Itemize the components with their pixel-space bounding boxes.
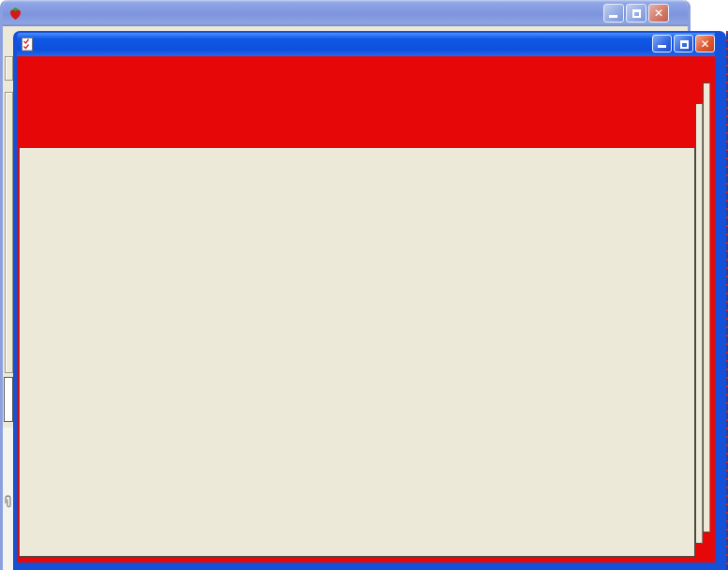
close-icon: ✕ (696, 36, 714, 52)
maximize-icon (632, 9, 641, 18)
dialog-close-button[interactable]: ✕ (695, 35, 715, 52)
tab-page-anag-articoli-2 (19, 147, 695, 557)
checklist-document-icon (21, 38, 34, 52)
panel-fragment (4, 377, 13, 422)
dialog-titlebar[interactable]: ✕ (17, 33, 715, 56)
toolbar-fragment (5, 92, 13, 373)
restore-icon (680, 40, 689, 49)
screen: ✕ (0, 0, 728, 570)
dialog-restore-button[interactable] (674, 35, 693, 52)
stacked-page-edge (695, 103, 703, 544)
main-minimize-button[interactable] (603, 4, 624, 22)
close-icon: ✕ (649, 5, 668, 22)
main-window-titlebar[interactable]: ✕ (3, 0, 688, 26)
dialog-client-area (17, 56, 715, 562)
dialog-minimize-button[interactable] (652, 35, 672, 52)
minimize-icon (658, 45, 666, 48)
impostazioni-azienda-dialog: ✕ (13, 31, 726, 570)
main-left-toolbar (3, 43, 13, 570)
strawberry-icon (8, 7, 22, 21)
main-maximize-button[interactable] (626, 4, 646, 22)
stacked-page-edge (703, 82, 710, 532)
main-close-button[interactable]: ✕ (648, 4, 669, 22)
minimize-icon (609, 15, 617, 18)
panel-fragment (3, 428, 13, 570)
toolbar-fragment (5, 56, 13, 81)
